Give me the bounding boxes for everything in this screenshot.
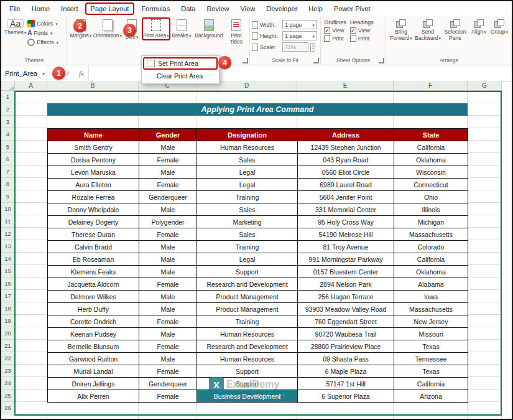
table-cell[interactable]: Calvin Bradd: [48, 241, 139, 253]
table-cell[interactable]: Allx Perren: [48, 390, 139, 403]
column-header-e[interactable]: E: [297, 81, 394, 91]
row-header-5[interactable]: 5: [1, 141, 15, 153]
table-cell[interactable]: Support: [197, 378, 298, 390]
table-cell[interactable]: Delainey Dogerty: [48, 216, 139, 228]
row-header-22[interactable]: 22: [1, 352, 15, 365]
row-header-11[interactable]: 11: [1, 215, 15, 228]
table-cell[interactable]: Colorado: [394, 241, 468, 253]
table-header-cell[interactable]: State: [394, 129, 468, 141]
table-cell[interactable]: 57147 1st Hill: [298, 378, 394, 390]
table-cell[interactable]: Male: [139, 266, 197, 278]
tab-view[interactable]: View: [235, 2, 261, 15]
table-cell[interactable]: Male: [139, 141, 197, 154]
table-cell[interactable]: Missouri: [394, 328, 468, 340]
table-cell[interactable]: Female: [139, 179, 197, 191]
table-cell[interactable]: Wisconsin: [394, 166, 468, 179]
row-header-21[interactable]: 21: [1, 340, 15, 352]
height-select[interactable]: 1 page: [282, 31, 317, 40]
table-cell[interactable]: Marketing: [197, 216, 298, 228]
send-backward-button[interactable]: Send Backward: [414, 17, 441, 42]
table-cell[interactable]: Texas: [394, 365, 468, 378]
table-cell[interactable]: Illinois: [394, 203, 468, 216]
selection-pane-button[interactable]: Selection Pane: [441, 17, 469, 41]
table-cell[interactable]: Support: [197, 266, 298, 278]
table-cell[interactable]: Garwood Ruilton: [48, 353, 139, 365]
orientation-button[interactable]: Orientation: [93, 17, 122, 39]
tab-insert[interactable]: Insert: [55, 2, 84, 15]
table-cell[interactable]: Klemens Feaks: [48, 266, 139, 278]
table-cell[interactable]: 0157 Bluestem Center: [298, 266, 394, 278]
menu-item-clear-print-area[interactable]: Clear Print Area: [143, 70, 218, 82]
table-cell[interactable]: Murial Landal: [48, 365, 139, 378]
themes-button[interactable]: Aa Themes: [4, 17, 26, 36]
scale-to-fit-dialog-launcher-icon[interactable]: [313, 58, 319, 63]
table-cell[interactable]: Research and Development: [197, 278, 298, 291]
tab-formulas[interactable]: Formulas: [136, 2, 175, 15]
table-cell[interactable]: 6 Superior Plaza: [298, 390, 394, 403]
breaks-button[interactable]: Breaks: [170, 17, 193, 39]
fonts-button[interactable]: AFonts: [27, 29, 58, 37]
table-cell[interactable]: Human Resources: [197, 141, 298, 154]
tab-power-pivot[interactable]: Power Pivot: [328, 2, 376, 15]
tab-data[interactable]: Data: [175, 2, 201, 15]
table-cell[interactable]: Product Management: [197, 291, 298, 303]
table-cell[interactable]: 5604 Jenifer Point: [298, 191, 394, 203]
row-header-19[interactable]: 19: [1, 315, 15, 327]
table-cell[interactable]: Alabama: [394, 278, 468, 291]
table-cell[interactable]: Donny Whelpdale: [48, 203, 139, 216]
table-cell[interactable]: Michigan: [394, 216, 468, 228]
table-cell[interactable]: 28800 Prairieview Place: [298, 340, 394, 353]
table-cell[interactable]: 90720 Waubesa Trail: [298, 328, 394, 340]
table-cell[interactable]: 6 Maple Plaza: [298, 365, 394, 378]
table-cell[interactable]: Product Management: [197, 303, 298, 315]
column-header-f[interactable]: F: [394, 81, 468, 91]
table-cell[interactable]: California: [394, 378, 468, 390]
table-cell[interactable]: Female: [139, 228, 197, 241]
tab-page-layout[interactable]: Page Layout: [85, 2, 135, 15]
row-header-15[interactable]: 15: [1, 265, 15, 278]
table-header-cell[interactable]: Gender: [139, 129, 197, 141]
tab-home[interactable]: Home: [26, 2, 55, 15]
table-cell[interactable]: Oklahoma: [394, 266, 468, 278]
table-cell[interactable]: California: [394, 253, 468, 266]
table-cell[interactable]: 54190 Melrose Hill: [298, 228, 394, 241]
table-header-cell[interactable]: Designation: [197, 129, 298, 141]
table-cell[interactable]: Support: [197, 365, 298, 378]
table-cell[interactable]: Legal: [197, 253, 298, 266]
table-cell[interactable]: Male: [139, 303, 197, 315]
menu-item-set-print-area[interactable]: Set Print Area: [143, 57, 218, 70]
row-header-24[interactable]: 24: [1, 377, 15, 390]
table-cell[interactable]: Sales: [197, 203, 298, 216]
table-cell[interactable]: New Jersey: [394, 315, 468, 328]
row-header-10[interactable]: 10: [1, 203, 15, 215]
tab-help[interactable]: Help: [303, 2, 328, 15]
table-cell[interactable]: 6989 Laurel Road: [298, 179, 394, 191]
background-button[interactable]: Background: [193, 17, 225, 39]
page-setup-dialog-launcher-icon[interactable]: [243, 58, 248, 63]
row-header-1[interactable]: 1: [1, 91, 15, 103]
table-cell[interactable]: Jacquetta Aldcorn: [48, 278, 139, 291]
name-box[interactable]: Print_Area▾: [1, 65, 47, 82]
gridlines-view-checkbox[interactable]: ✓: [324, 27, 330, 34]
row-header-16[interactable]: 16: [1, 278, 15, 290]
table-cell[interactable]: Smith Gentry: [48, 141, 139, 154]
print-area-button[interactable]: Print Area: [142, 17, 170, 40]
row-header-17[interactable]: 17: [1, 290, 15, 302]
table-cell[interactable]: Polygender: [139, 216, 197, 228]
row-header-14[interactable]: 14: [1, 253, 15, 265]
table-cell[interactable]: Business Development: [197, 390, 298, 403]
row-header-3[interactable]: 3: [1, 116, 15, 128]
tab-developer[interactable]: Developer: [261, 2, 303, 15]
table-cell[interactable]: Female: [139, 365, 197, 378]
table-cell[interactable]: California: [394, 141, 468, 154]
table-cell[interactable]: Massachusetts: [394, 228, 468, 241]
effects-button[interactable]: Effects: [27, 39, 58, 46]
headings-view-checkbox[interactable]: ✓: [350, 27, 356, 34]
table-cell[interactable]: Ohio: [394, 191, 468, 203]
table-cell[interactable]: 331 Memorial Center: [298, 203, 394, 216]
table-cell[interactable]: Oklahoma: [394, 154, 468, 166]
table-cell[interactable]: 0560 Eliot Circle: [298, 166, 394, 179]
table-cell[interactable]: Keenan Pudsey: [48, 328, 139, 340]
table-cell[interactable]: Levon Maruska: [48, 166, 139, 179]
table-cell[interactable]: Female: [139, 340, 197, 353]
